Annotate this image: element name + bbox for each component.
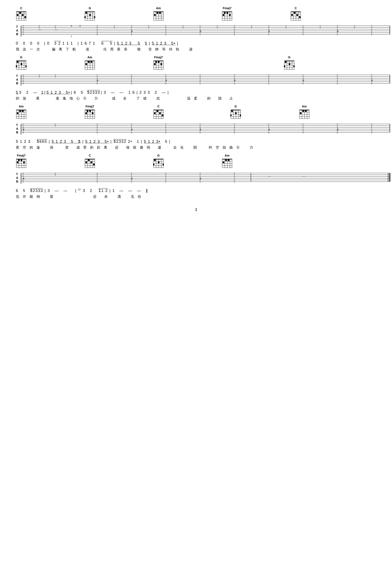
svg-text:B: B [16,180,18,183]
svg-text:1: 1 [71,35,72,38]
svg-point-66 [291,14,293,16]
section-4: Fmaj7 [13,154,379,199]
svg-point-202 [155,61,157,63]
svg-text:A: A [16,127,18,130]
svg-text:5: 5 [71,25,72,27]
svg-text:×: × [234,82,235,85]
svg-point-51 [224,12,226,14]
svg-point-488 [225,159,227,161]
svg-point-490 [223,162,224,163]
section-3: Am Fmaj7 [13,105,379,150]
svg-point-448 [17,162,18,163]
lyrics-4: 也 许 能 倒 退 还 未 遇 见 你 [13,194,379,199]
svg-point-203 [158,61,160,63]
svg-text:×: × [55,174,56,176]
chord-fmaj7-2: Fmaj7 [153,55,164,70]
svg-text:B: B [16,82,18,85]
svg-text:T: T [16,74,18,78]
svg-text:×: × [97,131,98,134]
svg-point-477 [163,164,164,165]
svg-point-318 [87,110,88,112]
svg-point-463 [93,164,95,165]
chord-am-4: Am [222,154,232,169]
svg-point-191 [85,63,87,65]
chord-fmaj7-3: Fmaj7 [85,105,95,119]
chord-c-4: C [85,154,95,169]
svg-text:×: × [251,26,252,29]
svg-text:×: × [302,131,304,134]
svg-point-189 [88,61,90,63]
svg-text:T: T [16,123,18,127]
svg-point-219 [293,65,295,67]
svg-point-362 [300,112,302,114]
section-1: C [13,6,379,52]
svg-text:×: × [165,82,166,85]
svg-text:×: × [131,33,132,36]
svg-point-40 [154,14,156,16]
tab-staff-1: T A B × × × 5 3 × × × × × × [15,22,390,39]
svg-text:×: × [199,131,201,134]
svg-point-347 [235,112,237,114]
tab-staff-3: T A B × × × × × × × × × × × × × × × [15,121,390,137]
svg-point-360 [302,110,304,112]
svg-point-462 [90,162,92,163]
svg-text:×: × [22,181,24,183]
svg-point-320 [85,112,87,114]
svg-point-205 [160,63,162,65]
svg-text:×: × [199,181,201,183]
svg-point-217 [289,63,290,65]
svg-text:—: — [55,28,57,31]
svg-text:×: × [371,33,372,36]
svg-text:B: B [16,131,18,134]
svg-point-65 [294,12,295,14]
svg-point-176 [21,63,22,65]
chord-c-1b: C [290,6,301,21]
svg-point-461 [85,162,87,163]
svg-text:×: × [371,131,372,134]
lyrics-3: 星 空 的 漩 涡 变 成 零 的 距 离 还 保 留 微 弱 逝 去 光 阴 … [13,145,379,150]
svg-text:×: × [55,76,56,78]
svg-point-216 [285,61,286,63]
svg-text:×: × [131,131,132,134]
svg-text:—: — [39,28,41,31]
svg-text:A: A [16,29,18,32]
svg-point-13 [24,16,26,18]
svg-text:×: × [97,82,98,85]
chord-fmaj7-4: Fmaj7 [16,154,27,169]
chord-g-1: G [85,6,95,21]
svg-text:×: × [371,82,372,85]
page-number: 3 [13,208,379,212]
svg-point-306 [22,110,24,112]
svg-text:×: × [131,181,132,183]
svg-text:T: T [16,25,18,29]
svg-point-349 [240,115,241,116]
svg-text:×: × [234,131,235,134]
svg-point-178 [25,65,27,67]
svg-text:×: × [55,125,56,127]
chord-fmaj7-1: Fmaj7 [222,6,232,21]
chord-am-2: Am [85,55,95,70]
svg-text:×: × [302,82,304,85]
svg-text:×: × [97,33,98,36]
chord-g-2: G [16,55,27,70]
svg-point-11 [17,14,18,16]
svg-point-190 [90,61,92,63]
svg-text:—: — [302,175,305,178]
svg-point-447 [21,159,22,161]
svg-text:×: × [148,26,149,29]
svg-text:×: × [285,26,286,29]
svg-point-54 [229,14,231,16]
svg-text:×: × [337,82,338,85]
svg-point-177 [16,65,17,67]
svg-text:×: × [217,26,218,29]
svg-text:—: — [268,175,271,178]
svg-text:×: × [165,131,166,134]
svg-text:×: × [131,82,132,85]
svg-point-27 [94,16,95,18]
chord-g-2b: G [284,55,295,70]
svg-point-307 [17,112,18,114]
svg-point-305 [19,110,21,112]
svg-text:×: × [97,181,98,183]
svg-text:3: 3 [79,25,81,27]
chord-c-1: C [16,6,27,21]
